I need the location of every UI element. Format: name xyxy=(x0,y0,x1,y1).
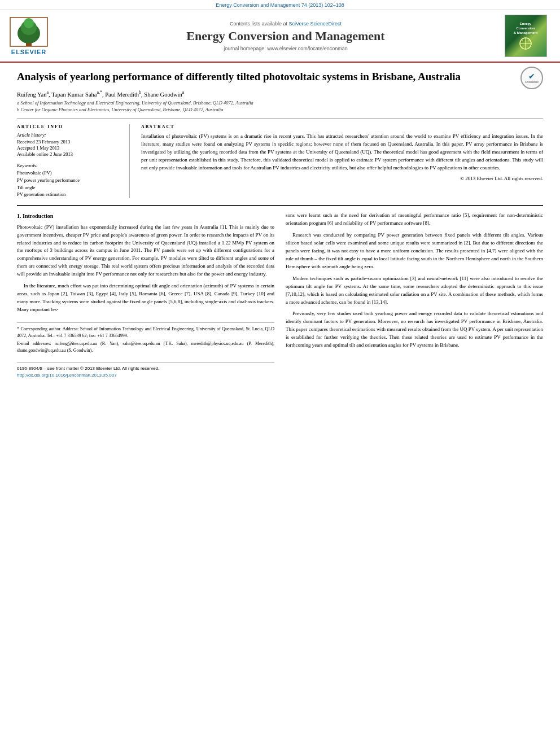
sup-a2: a,* xyxy=(97,90,102,95)
journal-header: ELSEVIER Contents lists available at Sci… xyxy=(0,10,560,63)
author-shane: Shane Goodwin xyxy=(144,91,182,97)
journal-cover-thumbnail: EnergyConversion& Management xyxy=(505,15,547,57)
sup-a1: a xyxy=(47,90,49,95)
keyword-1: Photovoltaic (PV) xyxy=(17,169,121,177)
svg-point-3 xyxy=(24,18,34,28)
keywords-list: Photovoltaic (PV) PV power yearlong perf… xyxy=(17,169,121,198)
section1-col2-para1: sons were learnt such as the need for de… xyxy=(286,212,543,228)
copyright-line: © 2013 Elsevier Ltd. All rights reserved… xyxy=(141,176,543,181)
article-info-col: ARTICLE INFO Article history: Received 2… xyxy=(17,124,130,198)
section1-para1: Photovoltaic (PV) installation has expon… xyxy=(17,224,274,279)
affiliation-a: a School of Information Technology and E… xyxy=(17,100,543,106)
available-value: Available online 2 June 2013 xyxy=(17,151,121,157)
abstract-title: ABSTRACT xyxy=(141,124,543,129)
journal-homepage: journal homepage: www.elsevier.com/locat… xyxy=(224,46,348,51)
svg-line-9 xyxy=(528,40,530,41)
divider-1 xyxy=(17,118,543,119)
keywords-label: Keywords: xyxy=(17,163,121,168)
elsevier-name: ELSEVIER xyxy=(11,49,46,55)
footer-issn: 0196-8904/$ – see front matter © 2013 El… xyxy=(17,365,274,372)
abstract-col: ABSTRACT Installation of photovoltaic (P… xyxy=(141,124,543,198)
received-value: Received 23 February 2013 xyxy=(17,139,121,145)
affiliation-b: b Center for Organic Photonics and Elect… xyxy=(17,107,543,112)
cover-title-text: EnergyConversion& Management xyxy=(513,21,539,36)
elsevier-tree-icon xyxy=(9,16,49,47)
history-label: Article history: xyxy=(17,132,121,138)
journal-title: Energy Conversion and Management xyxy=(186,29,384,43)
crossmark-label: CrossMark xyxy=(525,80,539,84)
crossmark-check-icon: ✔ xyxy=(528,72,535,80)
article-title: Analysis of yearlong performance of diff… xyxy=(17,69,543,84)
author-ruifeng: Ruifeng Yan xyxy=(17,91,47,97)
keyword-2: PV power yearlong performance xyxy=(17,177,121,184)
body-col-left: 1. Introduction Photovoltaic (PV) instal… xyxy=(17,212,274,379)
page-wrapper: Energy Conversion and Management 74 (201… xyxy=(0,0,560,747)
journal-citation: Energy Conversion and Management 74 (201… xyxy=(216,2,344,8)
authors-line: Ruifeng Yana, Tapan Kumar Sahaa,*, Paul … xyxy=(17,90,543,98)
divider-2 xyxy=(17,205,543,206)
sciverse-line: Contents lists available at SciVerse Sci… xyxy=(230,21,342,27)
footer-bar: 0196-8904/$ – see front matter © 2013 El… xyxy=(17,362,274,379)
article-info-title: ARTICLE INFO xyxy=(17,124,121,129)
body-col-right: sons were learnt such as the need for de… xyxy=(286,212,543,379)
footnote-email: E-mail addresses: ruifeng@itee.uq.edu.au… xyxy=(17,340,274,354)
crossmark-area[interactable]: ✔ CrossMark xyxy=(520,67,543,89)
author-tapan: Tapan Kumar Saha xyxy=(51,91,97,97)
footnote-area: * Corresponding author. Address: School … xyxy=(17,322,274,354)
footnote-corresponding: * Corresponding author. Address: School … xyxy=(17,326,274,339)
keyword-3: Tilt angle xyxy=(17,184,121,191)
cover-graphic-icon xyxy=(511,37,540,51)
sciverse-link[interactable]: SciVerse ScienceDirect xyxy=(289,21,342,27)
sup-b: b xyxy=(139,90,141,95)
abstract-text: Installation of photovoltaic (PV) system… xyxy=(141,133,543,172)
body-columns: 1. Introduction Photovoltaic (PV) instal… xyxy=(17,212,543,379)
sup-a3: a xyxy=(182,90,185,95)
author-paul: Paul Meredith xyxy=(105,91,139,97)
elsevier-logo-area: ELSEVIER xyxy=(9,15,71,57)
article-content: ✔ CrossMark Analysis of yearlong perform… xyxy=(0,63,560,391)
accepted-value: Accepted 1 May 2013 xyxy=(17,145,121,151)
section1-heading: 1. Introduction xyxy=(17,212,274,221)
elsevier-logo: ELSEVIER xyxy=(9,16,49,55)
section1-para2: In the literature, much effort was put i… xyxy=(17,282,274,314)
footer-doi[interactable]: http://dx.doi.org/10.1016/j.enconman.201… xyxy=(17,372,274,379)
journal-topbar: Energy Conversion and Management 74 (201… xyxy=(0,0,560,10)
section1-col2-para3: Modern techniques such as particle-swarm… xyxy=(286,275,543,307)
keyword-4: PV generation estimation xyxy=(17,191,121,198)
journal-header-center: Contents lists available at SciVerse Sci… xyxy=(77,15,495,57)
section1-col2-para2: Research was conducted by comparing PV p… xyxy=(286,231,543,271)
info-abstract-row: ARTICLE INFO Article history: Received 2… xyxy=(17,124,543,198)
journal-cover-area: EnergyConversion& Management xyxy=(500,15,551,57)
sciverse-prefix: Contents lists available at xyxy=(230,21,289,27)
section1-col2-para4: Previously, very few studies used both y… xyxy=(286,310,543,350)
crossmark-badge: ✔ CrossMark xyxy=(520,67,543,89)
svg-line-8 xyxy=(522,40,523,41)
